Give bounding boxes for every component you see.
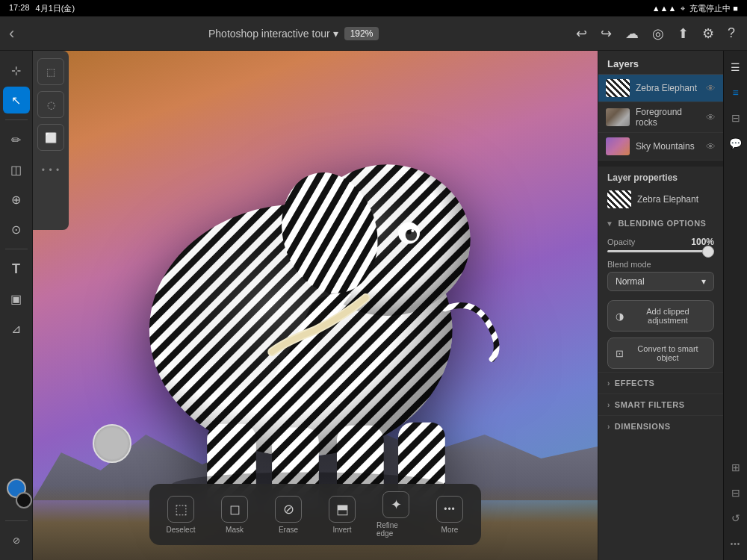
smart-filters-section: › SMART FILTERS: [598, 393, 723, 415]
dimensions-section: › DIMENSIONS: [598, 415, 723, 437]
tool-divider: [5, 119, 28, 120]
opacity-slider[interactable]: [607, 250, 714, 252]
mask-tool[interactable]: ◻ Mask: [215, 496, 254, 534]
erase-label: Erase: [279, 526, 298, 534]
smart-filters-header[interactable]: › SMART FILTERS: [598, 394, 723, 415]
layers-panel-header: Layers: [598, 51, 723, 75]
layer-item-foreground-rocks[interactable]: Foreground rocks 👁: [598, 102, 723, 133]
status-bar: 17:28 4月1日(金) ▲▲▲ ⌖ 充電停止中 ■: [0, 0, 747, 16]
canvas-area: ⬚ Deselect ◻ Mask ⊘ Erase ⬒ Invert ✦ Ref…: [33, 51, 598, 560]
redo-button[interactable]: ↪: [598, 22, 615, 45]
tool-more[interactable]: • • •: [37, 157, 64, 184]
headphone-icon: ⌖: [681, 4, 685, 13]
refine-edge-icon: ✦: [382, 491, 409, 518]
layer-visibility-sky[interactable]: 👁: [706, 141, 716, 152]
user-button[interactable]: ◎: [649, 22, 667, 45]
help-button[interactable]: ?: [725, 22, 738, 44]
more-tool[interactable]: ••• More: [430, 496, 469, 534]
more-label: More: [441, 526, 459, 534]
secondary-tool-panel: ⬚ ◌ ⬜ • • •: [33, 51, 69, 230]
tool-adjustments[interactable]: ⊘: [3, 527, 30, 554]
invert-tool[interactable]: ⬒ Invert: [323, 496, 362, 534]
blending-options-section[interactable]: ▼ BLENDING OPTIONS: [598, 214, 723, 232]
add-clipped-adjustment-button[interactable]: ◑ Add clipped adjustment: [607, 300, 714, 332]
tool-lasso[interactable]: ◌: [37, 91, 64, 118]
layers-panel: Layers Zebra Elephant 👁 Foreground rocks…: [598, 51, 723, 437]
layer-thumb-sky: [606, 137, 630, 155]
settings-button[interactable]: ⚙: [699, 22, 717, 45]
back-button[interactable]: ‹: [9, 25, 14, 42]
wifi-icon: ▲▲▲: [652, 4, 677, 13]
deselect-label: Deselect: [167, 526, 196, 534]
refine-edge-label: Refine edge: [376, 521, 415, 538]
tool-transform-select[interactable]: ⬜: [37, 124, 64, 151]
cloud-button[interactable]: ☁: [622, 22, 642, 45]
mask-icon: ◻: [221, 496, 248, 523]
layer-thumb-zebra: [606, 79, 630, 97]
adjustments-strip-btn[interactable]: ⊟: [725, 108, 746, 128]
effects-section: › EFFECTS: [598, 372, 723, 393]
comment-strip-btn[interactable]: 💬: [725, 133, 746, 154]
add-strip-btn[interactable]: ⊞: [725, 457, 746, 478]
tool-clone[interactable]: ⊕: [3, 186, 30, 213]
props-layer-thumb: [607, 190, 631, 208]
layer-item-zebra-elephant[interactable]: Zebra Elephant 👁: [598, 75, 723, 102]
tool-zoom[interactable]: ⊙: [3, 216, 30, 243]
layers-strip-btn[interactable]: ☰: [725, 57, 746, 78]
layer-visibility-zebra[interactable]: 👁: [706, 83, 716, 94]
layer-properties-header: Layer properties: [598, 167, 723, 187]
invert-icon: ⬒: [329, 496, 356, 523]
tool-divider-2: [5, 249, 28, 249]
smart-object-label: Convert to smart object: [630, 344, 706, 362]
panel-separator: [598, 161, 723, 167]
blend-mode-row: Blend mode Normal ▾: [598, 257, 723, 297]
svg-point-16: [411, 229, 414, 232]
tool-eyedropper[interactable]: ⊿: [3, 315, 30, 342]
blending-options-label: BLENDING OPTIONS: [618, 219, 706, 228]
tool-text[interactable]: T: [3, 255, 30, 282]
tool-brush[interactable]: ✏: [3, 126, 30, 153]
dimensions-label: DIMENSIONS: [615, 422, 671, 431]
svg-point-15: [407, 230, 412, 234]
convert-smart-object-button[interactable]: ⊡ Convert to smart object: [607, 337, 714, 369]
smart-filters-label: SMART FILTERS: [615, 400, 685, 409]
circle-tool-indicator[interactable]: [93, 424, 131, 463]
layer-name-zebra: Zebra Elephant: [636, 83, 700, 93]
status-time: 17:28: [9, 3, 30, 14]
elephant-container: [63, 66, 568, 523]
layer-item-sky-mountains[interactable]: Sky Mountains 👁: [598, 133, 723, 161]
zoom-level[interactable]: 192%: [344, 27, 379, 40]
more-strip-btn[interactable]: •••: [725, 533, 746, 554]
effects-caret: ›: [607, 379, 610, 388]
tool-eraser[interactable]: ◫: [3, 156, 30, 183]
revert-strip-btn[interactable]: ↺: [725, 508, 746, 529]
zebra-elephant-svg: [99, 85, 532, 503]
blend-mode-dropdown[interactable]: Normal ▾: [607, 272, 714, 291]
erase-tool[interactable]: ⊘ Erase: [269, 496, 308, 534]
layer-visibility-rocks[interactable]: 👁: [706, 112, 716, 123]
refine-edge-tool[interactable]: ✦ Refine edge: [376, 491, 415, 538]
dimensions-header[interactable]: › DIMENSIONS: [598, 416, 723, 437]
share-button[interactable]: ⬆: [675, 22, 692, 45]
props-layer-name: Zebra Elephant: [637, 194, 698, 205]
add-clipped-icon: ◑: [616, 311, 624, 322]
properties-strip-btn[interactable]: ≡: [725, 82, 746, 103]
tool-move[interactable]: ⊹: [3, 57, 30, 84]
opacity-row: Opacity 100%: [598, 232, 723, 257]
layer-name-sky: Sky Mountains: [636, 141, 700, 152]
app-title[interactable]: Photoshop interactive tour ▾: [208, 28, 338, 40]
mask-label: Mask: [226, 526, 244, 534]
svg-point-14: [406, 229, 417, 240]
deselect-tool[interactable]: ⬚ Deselect: [161, 496, 200, 534]
tool-select-move[interactable]: ↖: [3, 87, 30, 113]
background-color-swatch[interactable]: [16, 492, 32, 508]
filter-strip-btn[interactable]: ⊟: [725, 482, 746, 503]
smart-object-icon: ⊡: [616, 348, 624, 359]
bottom-toolbar: ⬚ Deselect ◻ Mask ⊘ Erase ⬒ Invert ✦ Ref…: [149, 484, 481, 545]
effects-header[interactable]: › EFFECTS: [598, 373, 723, 393]
undo-button[interactable]: ↩: [573, 22, 590, 45]
blend-chevron-icon: ▾: [701, 276, 706, 287]
tool-image[interactable]: ▣: [3, 285, 30, 312]
tool-marquee[interactable]: ⬚: [37, 58, 64, 85]
layer-properties-layer-info: Zebra Elephant: [598, 187, 723, 214]
